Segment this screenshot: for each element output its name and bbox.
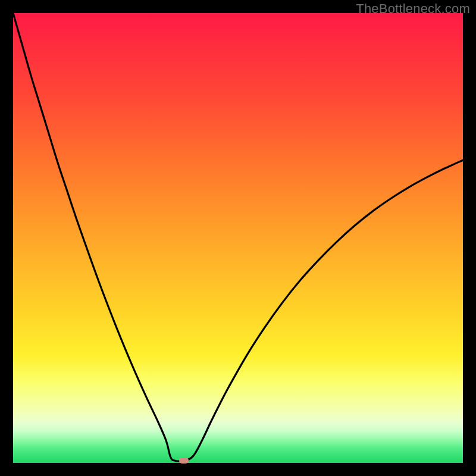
attribution-text: TheBottleneck.com xyxy=(356,1,470,17)
chart-frame: TheBottleneck.com xyxy=(0,0,476,476)
plot-area xyxy=(13,13,463,463)
bottleneck-curve xyxy=(13,13,463,463)
optimum-marker xyxy=(179,458,189,464)
